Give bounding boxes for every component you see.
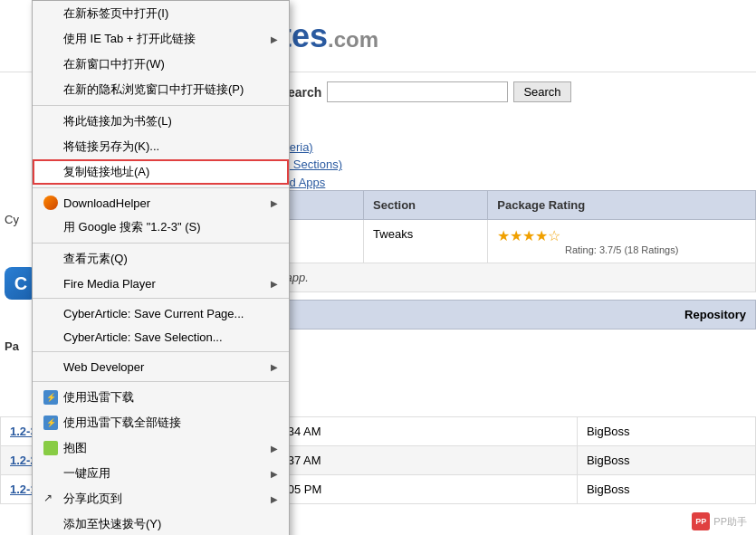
search-input[interactable]: [327, 81, 508, 102]
menu-item-label: 在新的隐私浏览窗口中打开链接(P): [63, 81, 278, 98]
context-menu: 在新标签页中打开(I)使用 IE Tab + 打开此链接▶在新窗口中打开(W)在…: [32, 0, 290, 535]
share-icon: ↗: [43, 492, 58, 506]
section-cell: Tweaks: [364, 220, 488, 263]
stars: ★★★★☆: [497, 227, 746, 244]
menu-item-grab[interactable]: 抱图▶: [33, 435, 289, 461]
menu-item-fire-media[interactable]: Fire Media Player▶: [33, 272, 289, 295]
menu-item-web-developer[interactable]: Web Developer▶: [33, 355, 289, 378]
thunder-icon: ⚡: [43, 390, 58, 405]
grab-icon: [43, 441, 58, 455]
menu-item-label: 使用迅雷下载全部链接: [63, 415, 278, 431]
no-icon: [43, 306, 58, 320]
menu-item-label: 将链接另存为(K)...: [63, 139, 278, 155]
submenu-arrow: ▶: [271, 198, 278, 208]
menu-item-bookmark[interactable]: 将此链接加为书签(L): [33, 109, 289, 134]
watermark-label: PP助手: [713, 515, 747, 529]
watermark: PP PP助手: [692, 512, 747, 530]
menu-item-cyberarticle-sel[interactable]: CyberArticle: Save Selection...: [33, 325, 289, 349]
menu-item-quick-dial[interactable]: 添加至快速拨号(Y): [33, 511, 289, 535]
menu-item-label: 一键应用: [63, 465, 271, 482]
submenu-arrow: ▶: [271, 494, 278, 504]
menu-separator: [33, 105, 289, 106]
no-icon: [43, 466, 58, 481]
menu-item-label: CyberArticle: Save Selection...: [63, 330, 278, 344]
submenu-arrow: ▶: [271, 362, 278, 372]
submenu-arrow: ▶: [271, 444, 278, 454]
no-icon: [43, 517, 58, 531]
no-icon: [43, 359, 58, 374]
no-icon: [43, 165, 58, 179]
col-header-section: Section: [364, 191, 488, 220]
menu-item-label: 抱图: [63, 440, 271, 456]
menu-item-label: 使用迅雷下载: [63, 389, 278, 406]
menu-item-label: 在新标签页中打开(I): [63, 5, 278, 22]
menu-separator: [33, 187, 289, 188]
menu-item-label: 用 Google 搜索 "1.2-3" (S): [63, 219, 278, 235]
menu-item-download-helper[interactable]: DownloadHelper▶: [33, 191, 289, 215]
cy-label: Cy: [5, 213, 19, 226]
menu-item-label: DownloadHelper: [63, 196, 271, 210]
no-icon: [43, 57, 58, 72]
version-repo: BigBoss: [577, 417, 755, 446]
dh-icon: [43, 196, 58, 210]
no-icon: [43, 276, 58, 291]
menu-item-google-search[interactable]: 用 Google 搜索 "1.2-3" (S): [33, 215, 289, 240]
menu-item-label: 在新窗口中打开(W): [63, 56, 278, 72]
pa-label: Pa: [5, 339, 19, 353]
submenu-arrow: ▶: [271, 34, 278, 44]
menu-item-cyberarticle-save[interactable]: CyberArticle: Save Current Page...: [33, 301, 289, 325]
menu-separator: [33, 381, 289, 382]
menu-item-open-private[interactable]: 在新的隐私浏览窗口中打开链接(P): [33, 77, 289, 102]
no-icon: [43, 114, 58, 129]
menu-item-label: 分享此页到: [63, 491, 271, 507]
submenu-arrow: ▶: [271, 279, 278, 289]
no-icon: [43, 139, 58, 154]
pp-icon: PP: [692, 512, 710, 530]
col-header-rating: Package Rating: [488, 191, 756, 220]
menu-item-thunder-dl[interactable]: ⚡使用迅雷下载: [33, 385, 289, 410]
search-button[interactable]: Search: [513, 81, 570, 102]
menu-item-label: 复制链接地址(A): [63, 164, 278, 180]
no-icon: [43, 82, 58, 97]
menu-item-one-key[interactable]: 一键应用▶: [33, 461, 289, 486]
menu-item-label: 使用 IE Tab + 打开此链接: [63, 31, 271, 47]
menu-item-label: Fire Media Player: [63, 277, 271, 291]
menu-item-label: CyberArticle: Save Current Page...: [63, 307, 278, 320]
menu-item-label: 将此链接加为书签(L): [63, 113, 278, 129]
no-icon: [43, 330, 58, 344]
menu-item-open-new-window[interactable]: 在新窗口中打开(W): [33, 52, 289, 77]
menu-item-open-new-tab[interactable]: 在新标签页中打开(I): [33, 1, 289, 26]
rating-cell: ★★★★☆ Rating: 3.7/5 (18 Ratings): [488, 220, 756, 263]
menu-item-share[interactable]: ↗分享此页到▶: [33, 486, 289, 511]
menu-item-view-element[interactable]: 查看元素(Q): [33, 246, 289, 272]
no-icon: [43, 252, 58, 266]
menu-item-label: 查看元素(Q): [63, 251, 278, 267]
repository-header-label: Repository: [684, 308, 746, 321]
logo-dotcom: .com: [328, 27, 378, 52]
menu-item-thunder-all[interactable]: ⚡使用迅雷下载全部链接: [33, 410, 289, 435]
menu-separator: [33, 351, 289, 352]
menu-item-label: 添加至快速拨号(Y): [63, 516, 278, 532]
menu-item-label: Web Developer: [63, 360, 271, 374]
menu-item-save-as[interactable]: 将链接另存为(K)...: [33, 134, 289, 159]
thunder-icon: ⚡: [43, 416, 58, 430]
version-repo: BigBoss: [577, 446, 755, 475]
no-icon: [43, 6, 58, 21]
menu-item-copy-link[interactable]: 复制链接地址(A): [33, 159, 289, 185]
menu-separator: [33, 243, 289, 244]
no-icon: [43, 220, 58, 234]
rating-text: Rating: 3.7/5 (18 Ratings): [497, 244, 746, 255]
submenu-arrow: ▶: [271, 469, 278, 479]
menu-item-open-ie-tab[interactable]: 使用 IE Tab + 打开此链接▶: [33, 26, 289, 52]
no-icon: [43, 32, 58, 46]
version-repo: BigBoss: [577, 475, 755, 504]
menu-separator: [33, 298, 289, 299]
